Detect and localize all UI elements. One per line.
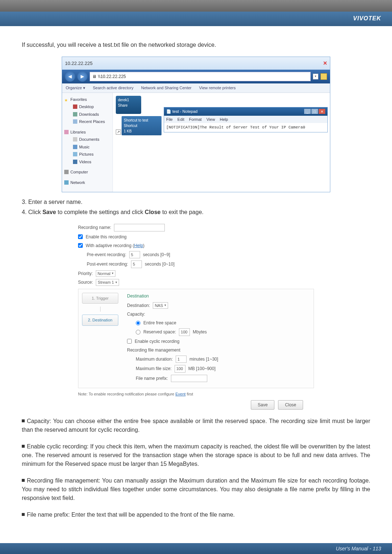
nav-forward-icon[interactable]: ►: [77, 71, 87, 82]
maximize-icon[interactable]: □: [311, 109, 318, 114]
close-notepad-icon[interactable]: ✕: [319, 109, 325, 114]
share-computer-icon: derek1 Share: [116, 96, 141, 114]
event-link[interactable]: Event: [175, 392, 185, 396]
sidebar-libraries[interactable]: Libraries: [64, 128, 110, 136]
reserved-space-radio[interactable]: [136, 330, 140, 335]
footer-text: User's Manual - 113: [336, 546, 381, 551]
explorer-window: 10.22.22.225 × ◄ ► 🖥 \\10.22.22.225 Orga…: [62, 57, 330, 192]
computer-tree-icon: [64, 170, 69, 174]
step-4: 4. Click Save to complete the settings a…: [22, 208, 370, 217]
source-label: Source:: [78, 279, 93, 286]
pre-event-hint: seconds [0~9]: [143, 251, 170, 258]
sidebar-computer[interactable]: Computer: [64, 168, 110, 176]
post-event-hint: seconds [0~10]: [145, 261, 175, 267]
save-button[interactable]: Save: [251, 400, 274, 410]
refresh-icon[interactable]: [320, 73, 327, 80]
sidebar-downloads[interactable]: Downloads: [73, 111, 110, 118]
steps-text: 3. Enter a server name. 4. Click Save to…: [22, 198, 370, 217]
sidebar-desktop[interactable]: Desktop: [73, 103, 110, 111]
sidebar-network[interactable]: Network: [64, 179, 110, 186]
sidebar-favorites[interactable]: ★Favorites: [64, 96, 110, 103]
recording-name-input[interactable]: [114, 224, 165, 231]
adaptive-recording-label: With adaptive recording (Help): [86, 242, 144, 249]
tab-destination[interactable]: 2. Destination: [82, 315, 118, 326]
close-button[interactable]: Close: [278, 400, 303, 410]
reserved-space-unit: Mbytes: [193, 329, 207, 335]
max-filesize-hint: MB [100~900]: [188, 365, 216, 372]
explorer-toolbar: Organize ▾ Search active directory Netwo…: [62, 83, 330, 93]
shortcut-item[interactable]: ↗ Shortcut to test Shortcut 1 KB: [122, 116, 162, 135]
close-icon[interactable]: ×: [323, 58, 327, 68]
max-duration-hint: minutes [1~30]: [189, 356, 218, 362]
enable-recording-checkbox[interactable]: [78, 234, 83, 239]
pre-event-input[interactable]: 5: [129, 251, 140, 259]
remote-printers-link[interactable]: View remote printers: [199, 86, 236, 90]
bullet-icon: [22, 419, 25, 422]
notepad-title: test - Notepad: [172, 109, 197, 114]
organize-menu[interactable]: Organize ▾: [66, 86, 85, 90]
menu-view[interactable]: View: [207, 117, 215, 122]
reserved-space-input[interactable]: 100: [179, 328, 190, 336]
network-center-link[interactable]: Network and Sharing Center: [141, 86, 192, 90]
nav-back-icon[interactable]: ◄: [65, 71, 75, 82]
prefix-label: File name prefix:: [136, 375, 168, 382]
prefix-input[interactable]: [171, 375, 207, 382]
notepad-menubar: File Edit Format View Help: [164, 116, 327, 123]
sidebar-documents[interactable]: Documents: [73, 136, 110, 143]
tab-trigger[interactable]: 1. Trigger: [82, 293, 118, 304]
section-destination-title: Destination: [127, 293, 309, 299]
network-icon: [64, 180, 69, 185]
form-tabs: 1. Trigger 2. Destination: [78, 289, 122, 388]
bullet-prefix: File name prefix: Enter the text that wi…: [22, 510, 370, 519]
address-bar[interactable]: 🖥 \\10.22.22.225: [90, 72, 311, 81]
destination-label: Destination:: [127, 302, 150, 309]
sidebar-pictures[interactable]: Pictures: [73, 151, 110, 158]
bullet-icon: [22, 513, 25, 516]
help-link[interactable]: Help: [134, 243, 143, 248]
priority-label: Priority:: [78, 270, 93, 277]
address-text: \\10.22.22.225: [98, 73, 126, 80]
max-duration-input[interactable]: 1: [176, 356, 187, 363]
sidebar-recent[interactable]: Recent Places: [73, 118, 110, 126]
bullet-cyclic: Enable cyclic recording: If you check th…: [22, 442, 370, 468]
desktop-icon: [73, 104, 77, 109]
shortcut-arrow-icon: ↗: [116, 130, 121, 135]
destination-select[interactable]: NAS: [153, 302, 168, 309]
downloads-icon: [73, 112, 77, 116]
sidebar-music[interactable]: Music: [73, 143, 110, 151]
network-share-item[interactable]: derek1 Share: [116, 96, 156, 114]
adaptive-recording-checkbox[interactable]: [78, 243, 83, 248]
bullet-capacity: Capacity: You can choose either the enti…: [22, 417, 370, 434]
intro-text: If successful, you will receive a test.t…: [22, 41, 370, 49]
brand-text: VIVOTEK: [353, 15, 381, 21]
post-event-input[interactable]: 5: [131, 260, 142, 268]
cyclic-recording-checkbox[interactable]: [127, 339, 132, 344]
reserved-space-label: Reserved space:: [143, 329, 176, 335]
entire-space-radio[interactable]: [136, 321, 140, 325]
notepad-window: 📄 test - Notepad _ □ ✕ File Edit Format …: [164, 107, 328, 132]
page-header: VIVOTEK: [0, 12, 392, 26]
recording-name-label: Recording name:: [78, 224, 111, 231]
notepad-body: [NOTIFICATION]The Result of Server Test …: [164, 123, 327, 132]
bullet-section: Capacity: You can choose either the enti…: [22, 417, 370, 519]
minimize-icon[interactable]: _: [304, 109, 311, 114]
search-directory-link[interactable]: Search active directory: [93, 86, 134, 90]
explorer-titlebar: 10.22.22.225 ×: [62, 57, 330, 70]
menu-format[interactable]: Format: [189, 117, 202, 122]
explorer-sidebar: ★Favorites Desktop Downloads Recent Plac…: [62, 93, 113, 192]
menu-help[interactable]: Help: [220, 117, 228, 122]
page-footer: User's Manual - 113: [0, 543, 392, 554]
max-filesize-input[interactable]: 100: [175, 365, 185, 373]
tab-connector: [100, 307, 101, 312]
libraries-icon: [64, 130, 69, 134]
menu-edit[interactable]: Edit: [177, 117, 184, 122]
address-dropdown[interactable]: [313, 74, 318, 79]
max-filesize-label: Maximum file size:: [136, 365, 172, 372]
source-select[interactable]: Stream 1: [96, 279, 119, 286]
recent-icon: [73, 119, 77, 124]
notepad-titlebar: 📄 test - Notepad _ □ ✕: [164, 107, 327, 116]
post-event-label: Post-event recording:: [87, 261, 128, 267]
menu-file[interactable]: File: [166, 117, 173, 122]
sidebar-videos[interactable]: Videos: [73, 158, 110, 166]
priority-select[interactable]: Normal: [96, 270, 115, 277]
